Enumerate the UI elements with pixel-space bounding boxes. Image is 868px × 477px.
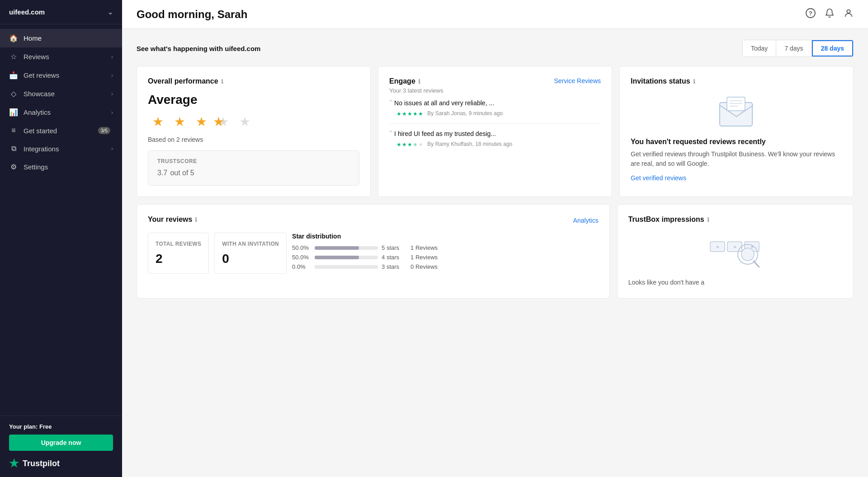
sidebar-item-settings[interactable]: ⚙ Settings	[0, 158, 122, 176]
sidebar-item-get-started[interactable]: ≡ Get started 3/5	[0, 122, 122, 140]
trustscore-value: 3.7 out of 5	[157, 166, 350, 178]
sidebar-arrow-icon[interactable]: ⌄	[108, 9, 113, 16]
sidebar-item-label: Showcase	[24, 90, 111, 98]
star-3: ★	[191, 112, 211, 131]
chevron-icon: ›	[111, 145, 113, 152]
sidebar-item-label: Get reviews	[24, 71, 111, 79]
invitations-card: Invitations status ℹ You have	[619, 66, 854, 197]
dist-count: 0 Reviews	[410, 263, 438, 270]
review-item: " I hired UI feed as my trusted desig...…	[389, 130, 601, 154]
sidebar-item-integrations[interactable]: ⧉ Integrations ›	[0, 140, 122, 158]
plan-label: Your plan:	[9, 423, 38, 430]
sidebar-item-showcase[interactable]: ◇ Showcase ›	[0, 84, 122, 103]
review-quote: " No issues at all and very reliable, ..…	[389, 99, 601, 108]
review-stars: ★ ★ ★ ★ ★	[396, 141, 423, 148]
trustbox-card: TrustBox impressions ℹ ★ ★ ★	[617, 204, 854, 299]
topbar: Good morning, Sarah ?	[122, 0, 868, 29]
filter-7days[interactable]: 7 days	[776, 40, 811, 56]
analytics-icon: 📊	[9, 108, 18, 117]
dist-bar-wrap	[315, 265, 378, 269]
get-started-icon: ≡	[9, 126, 18, 135]
upgrade-button[interactable]: Upgrade now	[9, 435, 113, 451]
trustpilot-name: Trustpilot	[23, 459, 60, 468]
engage-title-row: Engage ℹ Your 3 latest reviews Service R…	[389, 77, 601, 94]
analytics-link[interactable]: Analytics	[573, 217, 599, 224]
distribution-title: Star distribution	[292, 233, 599, 240]
trustpilot-logo: ★ Trustpilot	[9, 457, 113, 470]
filter-today[interactable]: Today	[743, 40, 776, 56]
review-quote: " I hired UI feed as my trusted desig...	[389, 130, 601, 138]
star-1: ★	[148, 112, 168, 131]
review-item: " No issues at all and very reliable, ..…	[389, 99, 601, 124]
sidebar-item-label: Home	[24, 34, 113, 42]
dist-label: 3 stars	[382, 263, 407, 270]
chevron-icon: ›	[111, 109, 113, 116]
total-reviews-metric: TOTAL REVIEWS 2	[148, 233, 209, 274]
star-5: ★	[235, 112, 255, 131]
sidebar-item-get-reviews[interactable]: 📩 Get reviews ›	[0, 66, 122, 84]
sidebar-item-label: Analytics	[24, 108, 111, 116]
dist-bar-wrap	[315, 246, 378, 250]
filter-28days[interactable]: 28 days	[812, 40, 853, 56]
svg-text:★: ★	[733, 244, 737, 249]
engage-card: Engage ℹ Your 3 latest reviews Service R…	[378, 66, 612, 197]
domain-name: uifeed.com	[225, 45, 260, 52]
quote-mark: "	[389, 129, 392, 138]
reviews-top: Your reviews ℹ Analytics	[148, 215, 599, 225]
dist-label: 4 stars	[382, 254, 407, 261]
info-icon[interactable]: ℹ	[221, 78, 223, 85]
sidebar-item-reviews[interactable]: ☆ Reviews ›	[0, 47, 122, 66]
metric-label: TOTAL REVIEWS	[156, 240, 201, 248]
sidebar-item-label: Reviews	[24, 53, 111, 61]
chevron-icon: ›	[111, 91, 113, 97]
sidebar-logo[interactable]: uifeed.com ⌄	[0, 0, 122, 24]
card-title-row: Overall performance ℹ	[148, 77, 359, 87]
engage-info-icon[interactable]: ℹ	[418, 78, 420, 85]
sidebar-item-home[interactable]: 🏠 Home	[0, 29, 122, 47]
bell-icon[interactable]	[825, 8, 835, 20]
get-started-badge: 3/5	[98, 127, 110, 134]
review-meta: ★ ★ ★ ★ ★ By Sarah Jonas, 9 minutes ago	[396, 110, 601, 117]
dist-label: 5 stars	[382, 244, 407, 251]
sidebar-nav: 🏠 Home ☆ Reviews › 📩 Get reviews › ◇ Sho…	[0, 24, 122, 416]
sidebar-item-label: Integrations	[24, 145, 111, 153]
trustbox-title-row: TrustBox impressions ℹ	[628, 215, 842, 225]
service-reviews-link[interactable]: Service Reviews	[554, 77, 601, 84]
dist-pct: 50.0%	[292, 254, 311, 261]
trustscore-box: TRUSTSCORE 3.7 out of 5	[148, 150, 359, 186]
star-2: ★	[170, 112, 189, 131]
quote-mark: "	[389, 98, 392, 108]
svg-text:★: ★	[716, 244, 720, 249]
svg-point-12	[741, 248, 754, 261]
trustbox-info-icon[interactable]: ℹ	[707, 216, 709, 223]
star-distribution: Star distribution 50.0% 5 stars 1 Review…	[292, 233, 599, 273]
based-on-text: Based on 2 reviews	[148, 136, 359, 143]
content-subtitle: See what's happening with uifeed.com	[137, 45, 260, 52]
stars-row: ★ ★ ★ ★★ ★	[148, 112, 359, 131]
settings-icon: ⚙	[9, 163, 18, 171]
main-area: Good morning, Sarah ?	[122, 0, 868, 477]
invitations-title-row: Invitations status ℹ	[631, 77, 842, 87]
dist-bar	[315, 256, 359, 259]
sidebar-bottom: Your plan: Free Upgrade now ★ Trustpilot	[0, 416, 122, 477]
metric-label: WITH AN INVITATION	[222, 240, 279, 248]
review-meta: ★ ★ ★ ★ ★ By Ramy Khuffash, 18 minutes a…	[396, 141, 601, 148]
sidebar-item-analytics[interactable]: 📊 Analytics ›	[0, 103, 122, 122]
overall-performance-card: Overall performance ℹ Average ★ ★ ★ ★★ ★…	[137, 66, 371, 197]
dist-pct: 0.0%	[292, 263, 311, 270]
review-stars: ★ ★ ★ ★ ★	[396, 111, 423, 117]
metric-value: 2	[156, 252, 201, 266]
invitation-reviews-metric: WITH AN INVITATION 0	[214, 233, 287, 274]
logo-text: uifeed.com	[9, 8, 45, 16]
your-reviews-title: Your reviews ℹ	[148, 215, 197, 224]
user-icon[interactable]	[844, 8, 854, 20]
invitations-title: Invitations status ℹ	[631, 77, 695, 85]
get-verified-link[interactable]: Get verified reviews	[631, 174, 686, 182]
reviews-info-icon[interactable]: ℹ	[195, 216, 197, 223]
plan-name: Free	[39, 423, 52, 430]
get-reviews-icon: 📩	[9, 71, 18, 80]
metric-value: 0	[222, 252, 279, 266]
trustscore-label: TRUSTSCORE	[157, 158, 350, 164]
help-icon[interactable]: ?	[806, 8, 816, 20]
invitations-info-icon[interactable]: ℹ	[693, 78, 695, 85]
